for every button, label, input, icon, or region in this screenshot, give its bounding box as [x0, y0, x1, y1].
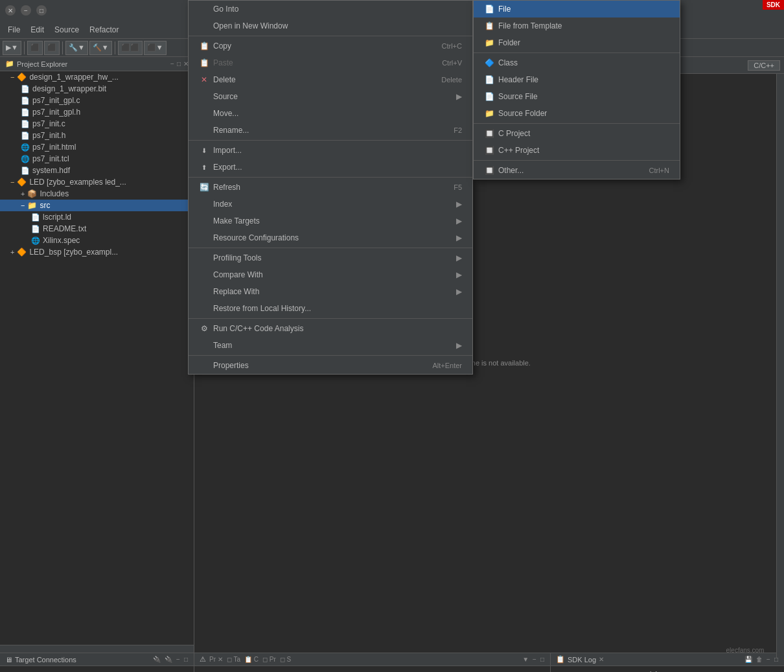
target-icon-1[interactable]: 🔌 [152, 655, 161, 664]
minimize-button[interactable]: − [21, 5, 31, 16]
ctx-props-label: Properties [213, 361, 249, 370]
ctx-source-file-left: 📄 Source File [484, 91, 538, 102]
context-menu-new: 📄 File 📋 File from Template 📁 Folder 🔷 C… [473, 0, 680, 180]
tree-item-system-hdf[interactable]: 📄 system.hdf [0, 165, 194, 176]
ctx-team[interactable]: Team ▶ [189, 337, 472, 354]
tree-item-lscript[interactable]: 📄 lscript.ld [0, 211, 194, 223]
tree-item-ps7-tcl[interactable]: 🌐 ps7_init.tcl [0, 153, 194, 165]
ctx-rename[interactable]: Rename... F2 [189, 122, 472, 139]
ctx-copy[interactable]: 📋 Copy Ctrl+C [189, 38, 472, 54]
tree-item-bit[interactable]: 📄 design_1_wrapper.bit [0, 83, 194, 95]
panel-maximize-icon[interactable]: □ [177, 60, 181, 67]
tree-file-icon: 📄 [31, 213, 40, 222]
tree-item-readme[interactable]: 📄 README.txt [0, 223, 194, 235]
ctx-new-class[interactable]: 🔷 Class [474, 54, 680, 71]
ctx-new-file[interactable]: 📄 File [474, 1, 680, 17]
ctx-resource-config[interactable]: Resource Configurations ▶ [189, 229, 472, 246]
ctx-new-c-project[interactable]: 🔲 C Project [474, 125, 680, 142]
tree-item-ps7-c[interactable]: 📄 ps7_init.c [0, 118, 194, 130]
ctx-delete[interactable]: ✕ Delete Delete [189, 71, 472, 88]
ctx-open-label: Open in New Window [213, 21, 288, 30]
sdk-close-icon[interactable]: ✕ [599, 656, 604, 663]
pr2-tab[interactable]: ◻ Pr [262, 655, 277, 664]
ctx-run-analysis[interactable]: ⚙ Run C/C++ Code Analysis [189, 320, 472, 337]
sdk-icon-2[interactable]: 🗑 [755, 655, 763, 664]
ctx-new-cpp-project[interactable]: 🔲 C++ Project [474, 142, 680, 159]
problems-minimize[interactable]: − [532, 655, 537, 664]
ta-tab[interactable]: ◻ Ta [226, 655, 241, 664]
ctx-refresh[interactable]: 🔄 Refresh F5 [189, 179, 472, 196]
toolbar-btn-6[interactable]: ⬛⬛ [118, 41, 143, 55]
tree-item-includes[interactable]: + 📦 Includes [0, 188, 194, 200]
ctx-move[interactable]: Move... [189, 105, 472, 122]
tree-item-xilinx-spec[interactable]: 🌐 Xilinx.spec [0, 235, 194, 246]
ctx-resource-left: Resource Configurations [199, 233, 299, 243]
project-explorer-panel: 📁 Project Explorer − □ ✕ − 🔶 design_1_wr… [0, 57, 194, 653]
menu-refactor[interactable]: Refactor [84, 23, 124, 37]
tree-item-ps7-gpl-c[interactable]: 📄 ps7_init_gpl.c [0, 95, 194, 106]
ctx-new-header[interactable]: 📄 Header File [474, 71, 680, 88]
ctx-sep-2 [189, 140, 472, 141]
target-maximize[interactable]: □ [183, 655, 189, 664]
ctx-new-folder[interactable]: 📁 Folder [474, 34, 680, 51]
tree-item-ps7-gpl-h[interactable]: 📄 ps7_init_gpl.h [0, 106, 194, 118]
tree-expand-icon: − [10, 73, 14, 81]
ctx-source[interactable]: Source ▶ [189, 88, 472, 105]
ctx-export-icon: ⬆ [199, 162, 209, 172]
toolbar-btn-3[interactable]: ⬛ [44, 41, 60, 55]
ctx-export[interactable]: ⬆ Export... [189, 159, 472, 176]
ctx-paste-shortcut: Ctrl+V [442, 59, 462, 67]
ctx-open-new-window[interactable]: Open in New Window [189, 17, 472, 34]
target-minimize[interactable]: − [176, 655, 181, 664]
ctx-new-source-file[interactable]: 📄 Source File [474, 88, 680, 105]
ctx-replace-label: Replace With [213, 287, 259, 296]
tree-item-src[interactable]: − 📁 src [0, 200, 194, 211]
panel-minimize-icon[interactable]: − [170, 60, 174, 67]
tree-item-ps7-html[interactable]: 🌐 ps7_init.html [0, 141, 194, 153]
ctx-new-source-folder[interactable]: 📁 Source Folder [474, 105, 680, 122]
ctx-compare-with[interactable]: Compare With ▶ [189, 266, 472, 283]
ctx-new-file-template[interactable]: 📋 File from Template [474, 17, 680, 34]
tree-item-label: ps7_init_gpl.h [32, 108, 80, 117]
menu-file[interactable]: File [3, 23, 25, 37]
ctx-make-targets[interactable]: Make Targets ▶ [189, 213, 472, 229]
pr-tab[interactable]: Pr ✕ [209, 655, 224, 664]
ctx-replace-with[interactable]: Replace With ▶ [189, 283, 472, 300]
sdk-minimize[interactable]: − [766, 655, 771, 664]
ctx-go-into[interactable]: Go Into [189, 1, 472, 17]
tree-item-led-bsp[interactable]: + 🔶 LED_bsp [zybo_exampl... [0, 246, 194, 258]
ctx-restore-history[interactable]: Restore from Local History... [189, 300, 472, 317]
toolbar-btn-2[interactable]: ⬛ [27, 41, 43, 55]
problems-maximize[interactable]: □ [540, 655, 545, 664]
toolbar-btn-4[interactable]: 🔧▼ [65, 41, 88, 55]
toolbar-btn-7[interactable]: ⬛▼ [144, 41, 167, 55]
toolbar-btn-1[interactable]: ▶▼ [3, 41, 21, 55]
vertical-scrollbar[interactable] [776, 74, 784, 653]
maximize-button[interactable]: □ [36, 5, 47, 16]
tree-item-led[interactable]: − 🔶 LED [zybo_examples led_... [0, 176, 194, 188]
toolbar-btn-5[interactable]: 🔨▼ [89, 41, 112, 55]
horizontal-scrollbar[interactable] [0, 645, 194, 653]
s-tab[interactable]: ◻ S [279, 655, 292, 664]
close-button[interactable]: ✕ [5, 5, 16, 16]
tree-item-design1[interactable]: − 🔶 design_1_wrapper_hw_... [0, 71, 194, 83]
problems-dropdown[interactable]: ▼ [522, 655, 529, 664]
ctx-properties[interactable]: Properties Alt+Enter [189, 357, 472, 374]
c-tab[interactable]: 📋 C [244, 655, 259, 664]
ctx-import[interactable]: ⬇ Import... [189, 142, 472, 159]
cpp-tab[interactable]: C/C++ [748, 60, 780, 71]
tree-item-ps7-h[interactable]: 📄 ps7_init.h [0, 130, 194, 141]
ctx-index[interactable]: Index ▶ [189, 196, 472, 213]
tree-file-icon: 📄 [21, 85, 30, 93]
target-icon-2[interactable]: 🔌 [164, 655, 173, 664]
menu-source[interactable]: Source [49, 23, 84, 37]
project-explorer-header: 📁 Project Explorer − □ ✕ [0, 57, 194, 71]
ctx-profiling[interactable]: Profiling Tools ▶ [189, 249, 472, 266]
ctx-new-other[interactable]: 🔲 Other... Ctrl+N [474, 162, 680, 179]
ctx-delete-label: Delete [213, 75, 236, 84]
ctx-refresh-left: 🔄 Refresh [199, 182, 240, 192]
ctx-folder-icon: 📁 [484, 38, 494, 48]
menu-edit[interactable]: Edit [25, 23, 49, 37]
sdk-icon-1[interactable]: 💾 [744, 655, 753, 664]
target-title: Target Connections [15, 656, 76, 664]
